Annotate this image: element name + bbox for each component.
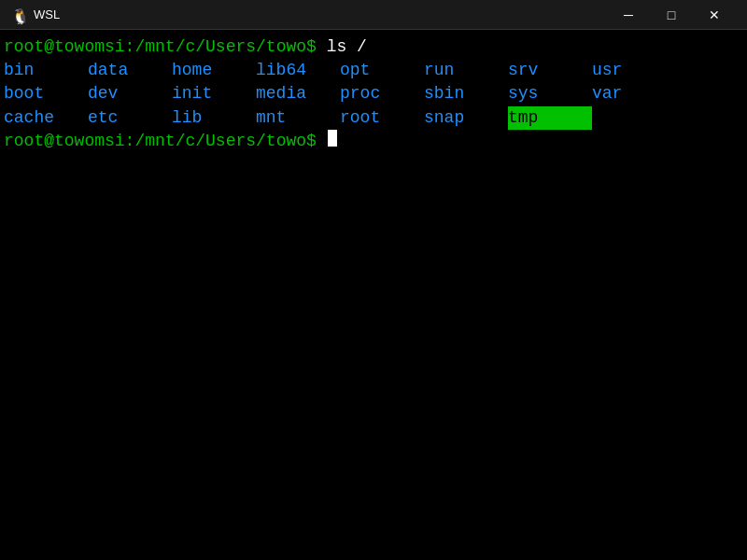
window-title: WSL xyxy=(34,7,60,21)
dir-home: home xyxy=(172,59,256,82)
prompt-2: root@towomsi:/mnt/c/Users/towo$ xyxy=(4,130,327,153)
dir-init: init xyxy=(172,82,256,105)
dir-data: data xyxy=(88,59,172,82)
dir-sbin: sbin xyxy=(424,82,508,105)
dir-sys: sys xyxy=(508,82,592,105)
dir-etc: etc xyxy=(88,106,172,130)
dir-listing-row2: boot dev init media proc sbin sys var xyxy=(4,82,743,105)
dir-run: run xyxy=(424,59,508,82)
current-prompt-line: root@towomsi:/mnt/c/Users/towo$ xyxy=(4,130,743,153)
cursor xyxy=(328,130,337,147)
dir-empty xyxy=(592,106,676,130)
close-button[interactable]: ✕ xyxy=(693,0,736,30)
dir-cache: cache xyxy=(4,106,88,130)
dir-snap: snap xyxy=(424,106,508,130)
dir-media: media xyxy=(256,82,340,105)
dir-dev: dev xyxy=(88,82,172,105)
dir-bin: bin xyxy=(4,59,88,82)
dir-mnt: mnt xyxy=(256,106,340,130)
dir-boot: boot xyxy=(4,82,88,105)
maximize-button[interactable]: □ xyxy=(650,0,693,30)
dir-tmp: tmp xyxy=(508,106,592,130)
dir-srv: srv xyxy=(508,59,592,82)
window-controls: ─ □ ✕ xyxy=(607,0,736,30)
dir-proc: proc xyxy=(340,82,424,105)
command-1: ls / xyxy=(327,35,367,59)
dir-usr: usr xyxy=(592,59,676,82)
titlebar-left: 🐧 WSL xyxy=(11,7,60,22)
minimize-button[interactable]: ─ xyxy=(607,0,650,30)
dir-lib64: lib64 xyxy=(256,59,340,82)
prompt-1: root@towomsi:/mnt/c/Users/towo$ xyxy=(4,35,327,59)
dir-opt: opt xyxy=(340,59,424,82)
terminal-window[interactable]: root@towomsi:/mnt/c/Users/towo$ ls / bin… xyxy=(0,30,747,560)
app-icon: 🐧 xyxy=(11,7,26,22)
titlebar: 🐧 WSL ─ □ ✕ xyxy=(0,0,747,30)
dir-listing-row3: cache etc lib mnt root snap tmp xyxy=(4,106,743,130)
command-line: root@towomsi:/mnt/c/Users/towo$ ls / xyxy=(4,35,743,59)
dir-root: root xyxy=(340,106,424,130)
dir-var: var xyxy=(592,82,676,105)
dir-lib: lib xyxy=(172,106,256,130)
dir-listing-row1: bin data home lib64 opt run srv usr xyxy=(4,59,743,82)
